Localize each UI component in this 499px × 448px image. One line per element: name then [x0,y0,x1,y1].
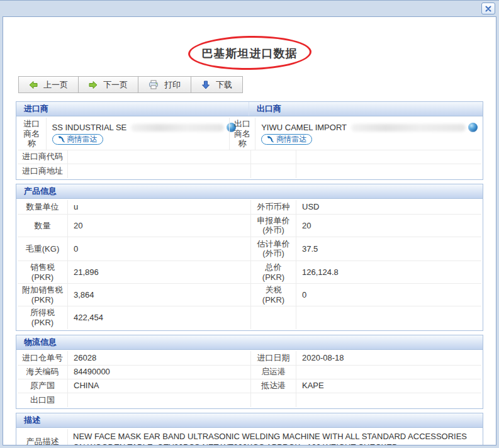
empty-cell [296,150,481,164]
table-row: 毛重(KG) 0 估计单价(外币) 37.5 [18,237,481,261]
sales-tax-label: 销售税(PKR) [18,261,68,283]
product-description-label: 产品描述 [18,429,68,445]
radar-badge-label: 商情雷达 [276,135,306,143]
dialog-titlebar [0,1,499,16]
currency-label: 外币币种 [250,200,296,214]
estimated-price-label: 估计单价(外币) [250,237,296,260]
additional-sales-tax-value: 3,864 [68,284,250,306]
import-manifest-label: 进口仓单号 [18,351,68,365]
printer-icon [149,80,159,89]
gross-weight-label: 毛重(KG) [18,237,68,260]
empty-cell [296,393,481,407]
globe-icon[interactable] [468,123,478,132]
logistics-section: 物流信息 进口仓单号 26028 进口日期 2020-08-18 海关编码 84… [16,335,483,409]
hs-code-label: 海关编码 [18,366,68,379]
exporter-radar-badge[interactable]: 商情雷达 [261,134,312,145]
print-button[interactable]: 打印 [138,76,191,93]
importer-code-value [68,150,250,164]
download-label: 下载 [216,79,232,91]
exporter-name-text: YIWU CAMEL IMPORT [261,123,347,133]
title-area: 巴基斯坦进口数据 [3,40,496,67]
import-date-label: 进口日期 [250,351,296,365]
departure-port-value [296,366,481,379]
satellite-dish-icon [267,135,274,143]
table-row: 数量 20 申报单价(外币) 20 [18,215,481,237]
logistics-section-header: 物流信息 [16,335,57,349]
redaction-blur [351,124,466,132]
close-icon [485,3,491,14]
green-left-arrow-icon [29,81,38,89]
hs-code-value: 84490000 [68,366,250,379]
product-info-section: 产品信息 数量单位 u 外币币种 USD 数量 20 申报单价(外币) 20 毛… [16,184,483,331]
table-row: 原产国 CHINA 抵达港 KAPE [18,379,481,393]
importer-address-value [68,164,250,178]
qty-value: 20 [68,215,250,237]
product-section-header: 产品信息 [16,184,57,198]
close-button[interactable] [481,3,495,14]
qty-label: 数量 [18,215,68,237]
table-row: 所得税(PKR) 422,454 [18,306,481,328]
currency-value: USD [296,200,481,214]
download-button[interactable]: 下载 [191,76,243,93]
page-title: 巴基斯坦进口数据 [202,46,298,61]
qty-unit-value: u [68,200,250,214]
declared-price-label: 申报单价(外币) [250,215,296,237]
origin-country-value: CHINA [68,379,250,393]
dialog-content: 巴基斯坦进口数据 上一页 下一页 [3,16,496,445]
declared-price-value: 20 [296,215,481,237]
customs-duty-label: 关税(PKR) [250,284,296,306]
importer-section-header: 进口商 [16,102,249,116]
importer-name-text: SS INDUSTRIAL SE [52,123,127,133]
prev-page-button[interactable]: 上一页 [18,76,79,93]
table-row: 海关编码 84490000 启运港 [18,366,481,379]
description-section-header: 描述 [16,413,40,427]
arrival-port-value: KAPE [296,379,481,393]
import-data-dialog: 巴基斯坦进口数据 上一页 下一页 [0,0,499,448]
blue-down-arrow-icon [201,81,210,89]
importer-code-label: 进口商代码 [18,150,68,164]
sales-tax-value: 21,896 [68,261,250,283]
income-tax-value: 422,454 [68,306,250,328]
product-description-value: NEW FACE MASK EAR BAND ULTRASONIC WELDIN… [68,429,481,445]
empty-cell [250,306,296,328]
redaction-blur [131,124,224,132]
export-country-label: 出口国 [18,393,68,407]
importer-radar-badge[interactable]: 商情雷达 [52,134,103,145]
table-row: 产品描述 NEW FACE MASK EAR BAND ULTRASONIC W… [18,429,481,445]
estimated-price-value: 37.5 [296,237,481,260]
table-row: 进口商代码 [18,150,481,164]
empty-cell [296,306,481,328]
table-row: 进口商名称 SS INDUSTRIAL SE [18,118,481,150]
importer-name-value: SS INDUSTRIAL SE 商情雷达 [47,118,229,150]
satellite-dish-icon [58,135,65,143]
import-manifest-value: 26028 [68,351,250,365]
income-tax-label: 所得税(PKR) [18,306,68,328]
import-date-value: 2020-08-18 [296,351,481,365]
qty-unit-label: 数量单位 [18,200,68,214]
green-right-arrow-icon [89,81,98,89]
prev-page-label: 上一页 [43,79,68,91]
exporter-name-value: YIWU CAMEL IMPORT 商情雷达 [255,118,481,150]
next-page-label: 下一页 [103,79,128,91]
empty-cell [250,164,296,178]
importer-address-label: 进口商地址 [18,164,68,178]
gross-weight-value: 0 [68,237,250,260]
table-row: 出口国 [18,393,481,407]
importer-name-label: 进口商名称 [18,118,47,150]
table-row: 附加销售税(PKR) 3,864 关税(PKR) 0 [18,284,481,306]
additional-sales-tax-label: 附加销售税(PKR) [18,284,68,306]
table-row: 数量单位 u 外币币种 USD [18,200,481,215]
toolbar: 上一页 下一页 打印 [18,76,496,93]
radar-badge-label: 商情雷达 [67,135,98,143]
empty-cell [296,164,481,178]
description-section: 描述 产品描述 NEW FACE MASK EAR BAND ULTRASONI… [16,413,483,445]
exporter-section-header: 出口商 [249,102,483,116]
customs-duty-value: 0 [296,284,481,306]
next-page-button[interactable]: 下一页 [78,76,138,93]
print-label: 打印 [164,79,181,91]
export-country-value [68,393,250,407]
exporter-name-label: 出口商名称 [229,118,256,150]
trader-section: 进口商 出口商 进口商名称 SS INDUSTRIAL SE [16,101,483,180]
table-row: 销售税(PKR) 21,896 总价(PKR) 126,124.8 [18,261,481,284]
total-price-value: 126,124.8 [296,261,481,283]
